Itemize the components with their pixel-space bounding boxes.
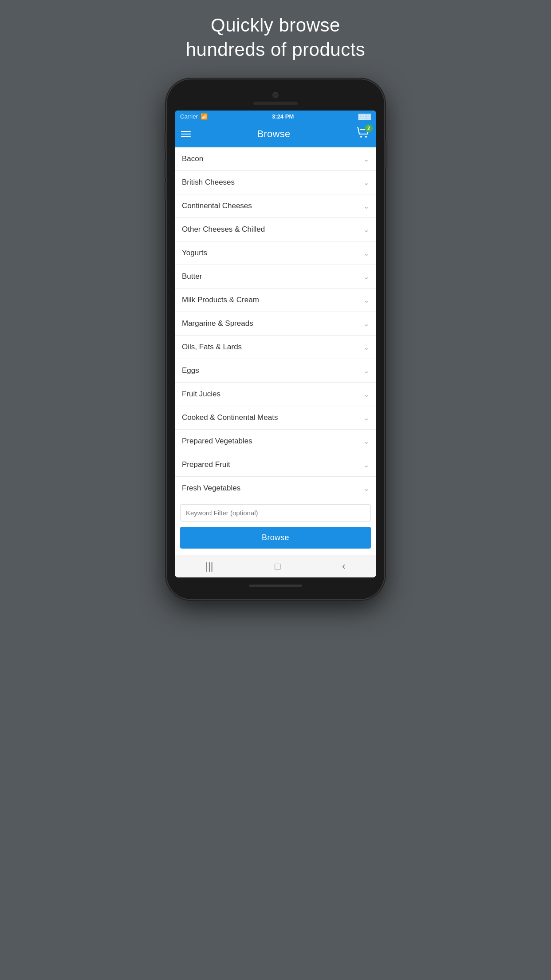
status-time: 3:24 PM <box>272 113 294 120</box>
hamburger-menu-button[interactable] <box>181 131 191 137</box>
category-item-butter[interactable]: Butter⌄ <box>175 265 376 288</box>
phone-screen: Carrier 📶 3:24 PM ▓▓▓ Browse 2 <box>175 111 376 577</box>
category-item-oils-fats-lards[interactable]: Oils, Fats & Lards⌄ <box>175 336 376 359</box>
category-label-fresh-vegetables: Fresh Vegetables <box>182 484 240 493</box>
category-item-fresh-vegetables[interactable]: Fresh Vegetables⌄ <box>175 477 376 500</box>
phone-camera <box>272 92 279 98</box>
category-label-eggs: Eggs <box>182 366 199 375</box>
svg-point-1 <box>365 136 367 138</box>
chevron-down-icon-continental-cheeses: ⌄ <box>363 202 369 210</box>
category-label-other-cheeses-chilled: Other Cheeses & Chilled <box>182 225 265 234</box>
category-item-prepared-vegetables[interactable]: Prepared Vegetables⌄ <box>175 430 376 453</box>
category-label-bacon: Bacon <box>182 154 203 163</box>
category-item-british-cheeses[interactable]: British Cheeses⌄ <box>175 171 376 194</box>
category-item-bacon[interactable]: Bacon⌄ <box>175 147 376 171</box>
chevron-down-icon-prepared-fruit: ⌄ <box>363 461 369 469</box>
hamburger-line-1 <box>181 131 191 132</box>
phone-top <box>175 92 376 105</box>
category-label-cooked-continental-meats: Cooked & Continental Meats <box>182 413 278 422</box>
category-item-prepared-fruit[interactable]: Prepared Fruit⌄ <box>175 453 376 477</box>
battery-icon: ▓▓▓ <box>358 113 371 120</box>
bottom-nav: ||| □ ‹ <box>175 555 376 577</box>
wifi-icon: 📶 <box>201 113 208 120</box>
chevron-down-icon-margarine-spreads: ⌄ <box>363 320 369 328</box>
category-item-cooked-continental-meats[interactable]: Cooked & Continental Meats⌄ <box>175 406 376 430</box>
chevron-down-icon-fruit-jucies: ⌄ <box>363 390 369 399</box>
category-label-continental-cheeses: Continental Cheeses <box>182 202 252 210</box>
chevron-down-icon-fresh-vegetables: ⌄ <box>363 484 369 493</box>
svg-point-0 <box>360 136 362 138</box>
chevron-down-icon-prepared-vegetables: ⌄ <box>363 437 369 446</box>
nav-home[interactable]: □ <box>275 561 280 572</box>
category-label-yogurts: Yogurts <box>182 249 207 257</box>
category-item-milk-products-cream[interactable]: Milk Products & Cream⌄ <box>175 288 376 312</box>
cart-badge: 2 <box>365 124 373 132</box>
hamburger-line-2 <box>181 134 191 134</box>
nav-back[interactable]: ‹ <box>342 561 345 572</box>
category-item-other-cheeses-chilled[interactable]: Other Cheeses & Chilled⌄ <box>175 218 376 241</box>
home-indicator <box>249 585 302 587</box>
phone-bottom <box>175 585 376 587</box>
status-left: Carrier 📶 <box>180 113 208 120</box>
status-bar: Carrier 📶 3:24 PM ▓▓▓ <box>175 111 376 122</box>
category-label-fruit-jucies: Fruit Jucies <box>182 390 220 399</box>
category-item-fruit-jucies[interactable]: Fruit Jucies⌄ <box>175 383 376 406</box>
phone-shell: Carrier 📶 3:24 PM ▓▓▓ Browse 2 <box>167 79 384 599</box>
hamburger-line-3 <box>181 136 191 137</box>
chevron-down-icon-oils-fats-lards: ⌄ <box>363 343 369 352</box>
category-label-butter: Butter <box>182 272 202 281</box>
category-label-oils-fats-lards: Oils, Fats & Lards <box>182 343 242 352</box>
chevron-down-icon-bacon: ⌄ <box>363 155 369 163</box>
header-title: Browse <box>257 128 290 140</box>
chevron-down-icon-other-cheeses-chilled: ⌄ <box>363 225 369 234</box>
chevron-down-icon-cooked-continental-meats: ⌄ <box>363 414 369 422</box>
category-list: Bacon⌄British Cheeses⌄Continental Cheese… <box>175 147 376 500</box>
phone-speaker <box>253 102 298 105</box>
chevron-down-icon-eggs: ⌄ <box>363 367 369 375</box>
keyword-filter-input[interactable] <box>180 504 371 522</box>
app-header: Browse 2 <box>175 122 376 147</box>
category-item-eggs[interactable]: Eggs⌄ <box>175 359 376 383</box>
chevron-down-icon-milk-products-cream: ⌄ <box>363 296 369 304</box>
category-item-yogurts[interactable]: Yogurts⌄ <box>175 241 376 265</box>
chevron-down-icon-british-cheeses: ⌄ <box>363 178 369 187</box>
cart-button[interactable]: 2 <box>357 127 370 141</box>
category-item-margarine-spreads[interactable]: Margarine & Spreads⌄ <box>175 312 376 336</box>
category-label-prepared-fruit: Prepared Fruit <box>182 460 230 469</box>
category-label-british-cheeses: British Cheeses <box>182 178 235 187</box>
category-label-margarine-spreads: Margarine & Spreads <box>182 319 253 328</box>
chevron-down-icon-butter: ⌄ <box>363 273 369 281</box>
carrier-label: Carrier <box>180 113 198 120</box>
nav-recent-apps[interactable]: ||| <box>205 561 213 572</box>
category-label-prepared-vegetables: Prepared Vegetables <box>182 437 252 446</box>
category-label-milk-products-cream: Milk Products & Cream <box>182 296 259 304</box>
chevron-down-icon-yogurts: ⌄ <box>363 249 369 257</box>
category-item-continental-cheeses[interactable]: Continental Cheeses⌄ <box>175 194 376 218</box>
page-headline: Quickly browse hundreds of products <box>186 13 366 62</box>
browse-button[interactable]: Browse <box>180 527 371 549</box>
